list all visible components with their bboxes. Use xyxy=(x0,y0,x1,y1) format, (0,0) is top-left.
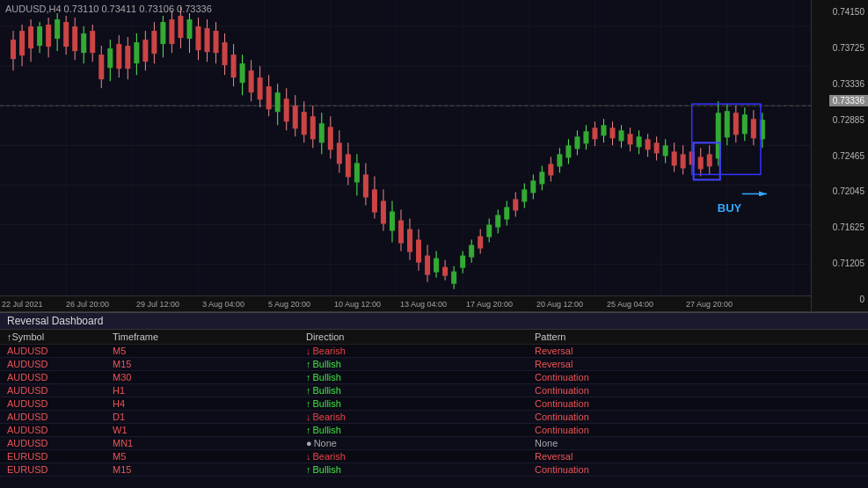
direction-arrow: ↑ xyxy=(306,385,311,396)
cell-timeframe: MN1 xyxy=(113,438,306,448)
svg-rect-137 xyxy=(522,189,527,201)
cell-pattern: Continuation xyxy=(535,385,781,396)
dashboard: Reversal Dashboard ↑Symbol Timeframe Dir… xyxy=(0,312,868,488)
cell-pattern: None xyxy=(535,438,781,448)
svg-rect-93 xyxy=(328,127,333,149)
svg-rect-47 xyxy=(125,46,130,69)
cell-direction: ↑Bullish xyxy=(306,398,535,409)
svg-rect-119 xyxy=(442,267,448,276)
table-row: AUDUSD MN1 ●None None xyxy=(0,437,868,450)
svg-rect-183 xyxy=(725,111,730,137)
svg-rect-113 xyxy=(416,240,421,263)
svg-rect-171 xyxy=(672,151,677,165)
svg-rect-23 xyxy=(19,31,25,55)
svg-rect-145 xyxy=(557,154,562,166)
cell-symbol: AUDUSD xyxy=(7,438,113,448)
svg-rect-161 xyxy=(628,134,633,144)
cell-timeframe: M30 xyxy=(113,372,306,382)
svg-rect-143 xyxy=(548,164,553,175)
svg-rect-45 xyxy=(116,44,121,69)
cell-timeframe: H1 xyxy=(113,385,306,396)
cell-symbol: AUDUSD xyxy=(7,398,113,409)
svg-rect-43 xyxy=(107,48,113,68)
price-high: 0.74150 xyxy=(815,7,864,17)
svg-rect-107 xyxy=(390,212,395,231)
cell-symbol: EURUSD xyxy=(7,464,113,475)
svg-rect-133 xyxy=(504,208,509,220)
svg-rect-21 xyxy=(11,40,16,59)
direction-arrow: ↓ xyxy=(306,412,311,422)
table-row: EURUSD M15 ↑Bullish Continuation xyxy=(0,463,868,477)
svg-rect-85 xyxy=(293,106,298,128)
cell-pattern: Continuation xyxy=(535,425,781,435)
svg-rect-151 xyxy=(583,131,588,143)
price-1: 0.73725 xyxy=(815,43,864,53)
direction-arrow: ↓ xyxy=(306,451,311,462)
time-3: 3 Aug 04:00 xyxy=(202,300,244,309)
svg-rect-139 xyxy=(530,180,536,193)
svg-rect-59 xyxy=(178,16,183,38)
svg-rect-173 xyxy=(681,154,686,168)
cell-pattern: Reversal xyxy=(535,451,781,462)
cell-timeframe: M5 xyxy=(113,451,306,462)
svg-rect-31 xyxy=(55,19,60,39)
price-4: 0.72465 xyxy=(815,151,864,161)
chart-area: AUDUSD,H4 0.73110 0.73411 0.73106 0.7333… xyxy=(0,0,868,312)
cell-pattern: Reversal xyxy=(535,346,781,356)
cell-timeframe: D1 xyxy=(113,412,306,422)
time-10: 27 Aug 20:00 xyxy=(686,300,733,309)
svg-rect-81 xyxy=(275,92,281,112)
svg-rect-179 xyxy=(707,154,712,166)
svg-rect-111 xyxy=(407,229,412,252)
direction-arrow: ↑ xyxy=(306,372,311,382)
cell-timeframe: M5 xyxy=(113,346,306,356)
header-timeframe: Timeframe xyxy=(113,331,306,342)
time-9: 25 Aug 04:00 xyxy=(607,300,653,309)
svg-rect-109 xyxy=(398,221,404,244)
direction-arrow: ● xyxy=(306,438,312,448)
svg-rect-55 xyxy=(160,22,165,44)
svg-text:BUY: BUY xyxy=(718,201,742,215)
cell-symbol: AUDUSD xyxy=(7,385,113,396)
dashboard-title: Reversal Dashboard xyxy=(0,313,868,330)
svg-rect-115 xyxy=(425,256,430,275)
svg-rect-177 xyxy=(698,157,704,169)
cell-timeframe: M15 xyxy=(113,464,306,475)
cell-symbol: EURUSD xyxy=(7,451,113,462)
svg-rect-121 xyxy=(451,272,456,284)
svg-rect-165 xyxy=(646,139,651,149)
svg-rect-25 xyxy=(28,26,33,48)
price-low: 0.71205 xyxy=(815,259,864,268)
price-axis: 0.74150 0.73725 0.73336 0.72885 0.72465 … xyxy=(811,0,868,311)
time-1: 26 Jul 20:00 xyxy=(66,300,109,309)
direction-arrow: ↓ xyxy=(306,346,311,356)
chart-title: AUDUSD,H4 0.73110 0.73411 0.73106 0.7333… xyxy=(5,4,212,14)
svg-rect-129 xyxy=(486,225,492,237)
svg-rect-155 xyxy=(601,125,606,135)
svg-rect-127 xyxy=(478,237,483,249)
time-5: 10 Aug 12:00 xyxy=(334,300,381,309)
svg-rect-89 xyxy=(310,116,316,139)
table-row: AUDUSD W1 ↑Bullish Continuation xyxy=(0,424,868,437)
cell-symbol: AUDUSD xyxy=(7,372,113,382)
svg-rect-71 xyxy=(231,55,237,77)
table-row: AUDUSD M5 ↓Bearish Reversal xyxy=(0,345,868,358)
header-direction: Direction xyxy=(306,331,535,342)
svg-rect-65 xyxy=(205,28,210,52)
svg-rect-51 xyxy=(142,40,148,62)
time-2: 29 Jul 12:00 xyxy=(136,300,179,309)
svg-rect-187 xyxy=(742,114,748,134)
svg-rect-37 xyxy=(81,33,86,53)
cell-pattern: Continuation xyxy=(535,412,781,422)
svg-rect-39 xyxy=(90,31,95,53)
header-pattern: Pattern xyxy=(535,331,781,342)
svg-rect-29 xyxy=(46,25,51,47)
cell-direction: ↑Bullish xyxy=(306,464,535,475)
time-7: 17 Aug 20:00 xyxy=(466,300,513,309)
svg-rect-49 xyxy=(134,42,139,63)
svg-rect-167 xyxy=(654,142,660,153)
cell-pattern: Continuation xyxy=(535,464,781,475)
cell-direction: ↑Bullish xyxy=(306,372,535,382)
table-row: AUDUSD D1 ↓Bearish Continuation xyxy=(0,411,868,424)
svg-rect-69 xyxy=(222,42,228,65)
